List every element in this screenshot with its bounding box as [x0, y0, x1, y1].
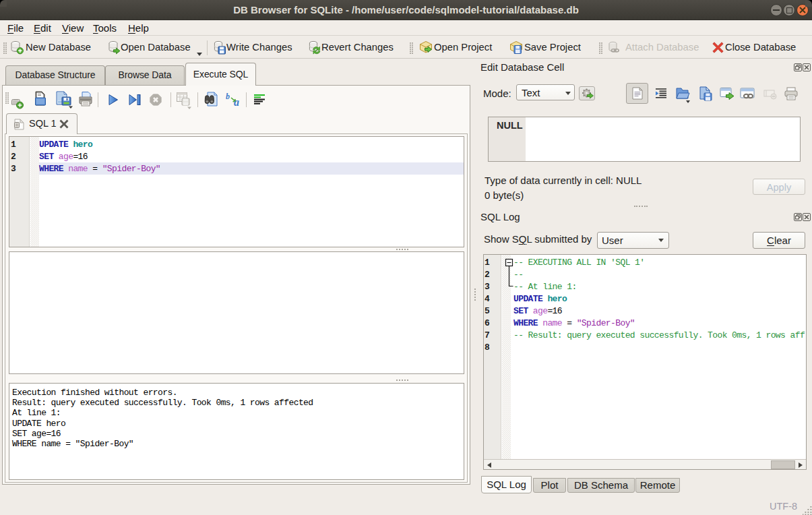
- svg-text:b: b: [226, 92, 230, 101]
- svg-text:a: a: [234, 96, 239, 107]
